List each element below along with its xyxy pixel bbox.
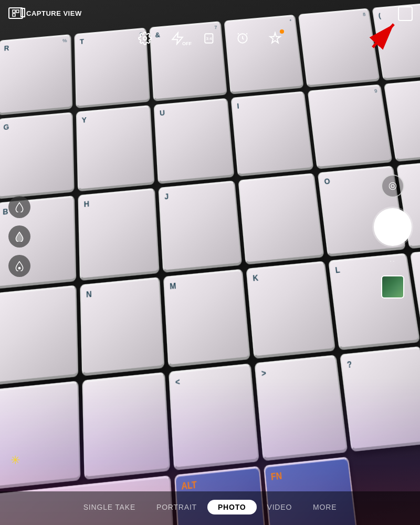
camera-viewfinder: R% T6 &7 * 8 (9 G Y U I 9 0 B H J O N M … bbox=[0, 0, 420, 525]
key-n: N bbox=[80, 277, 164, 377]
key-gt: > bbox=[255, 355, 348, 461]
key-k bbox=[238, 173, 324, 264]
mode-row: SINGLE TAKE PORTRAIT PHOTO VIDEO MORE bbox=[0, 491, 420, 525]
svg-marker-6 bbox=[172, 33, 183, 44]
timer-button[interactable] bbox=[236, 32, 249, 45]
camera-settings-row: OFF 3:4 bbox=[0, 32, 420, 45]
ai-sparkle-button[interactable]: ✳ bbox=[10, 454, 20, 467]
mode-photo[interactable]: PHOTO bbox=[207, 500, 257, 514]
sparkle-icon bbox=[268, 32, 282, 45]
key-k2: K bbox=[246, 261, 335, 359]
gallery-thumbnail[interactable] bbox=[381, 275, 404, 298]
watermark-off-button[interactable] bbox=[8, 196, 30, 218]
ai-sparkle-symbol: ✳ bbox=[10, 454, 20, 467]
bottom-controls: SINGLE TAKE PORTRAIT PHOTO VIDEO MORE bbox=[0, 491, 420, 525]
left-side-controls bbox=[8, 196, 30, 277]
svg-point-5 bbox=[143, 37, 147, 40]
flash-button[interactable]: OFF bbox=[171, 32, 184, 45]
watermark-on-button[interactable] bbox=[8, 225, 30, 248]
key-g: G bbox=[0, 112, 75, 199]
ratio-icon: 3:4 bbox=[203, 32, 217, 45]
svg-rect-1 bbox=[16, 10, 19, 13]
right-side-controls: ·· bbox=[374, 174, 412, 298]
sparkle-button[interactable] bbox=[268, 32, 282, 45]
top-bar: CAPTURE VIEW bbox=[0, 0, 420, 24]
drop-sparkle-icon bbox=[14, 261, 25, 271]
key-lt: < bbox=[169, 364, 259, 470]
svg-text:3:4: 3:4 bbox=[206, 36, 212, 41]
key-r: R% bbox=[0, 34, 72, 115]
svg-point-10 bbox=[18, 267, 20, 269]
orange-dot-indicator bbox=[280, 29, 284, 34]
drop-filled-icon bbox=[14, 231, 25, 242]
mode-portrait[interactable]: PORTRAIT bbox=[146, 500, 207, 514]
key-empty5 bbox=[82, 373, 170, 480]
svg-point-12 bbox=[391, 184, 394, 188]
mode-video[interactable]: VIDEO bbox=[257, 500, 303, 514]
ratio-button[interactable]: 3:4 bbox=[203, 32, 217, 45]
capture-view-icon bbox=[8, 7, 23, 19]
key-h: H bbox=[78, 188, 159, 280]
flash-off-label: OFF bbox=[182, 41, 192, 46]
watermark-sparkle-button[interactable] bbox=[8, 255, 30, 277]
key-empty1: * bbox=[224, 15, 304, 95]
timer-icon bbox=[236, 32, 249, 45]
zoom-ring-icon bbox=[388, 181, 397, 191]
gear-icon bbox=[138, 32, 152, 45]
svg-rect-0 bbox=[13, 10, 15, 13]
capture-view-button[interactable]: CAPTURE VIEW bbox=[8, 7, 82, 19]
grid-icon bbox=[12, 9, 19, 17]
key-y: Y bbox=[76, 105, 155, 191]
mode-single-take[interactable]: SINGLE TAKE bbox=[73, 500, 146, 514]
settings-button[interactable] bbox=[138, 32, 152, 45]
key-i: I bbox=[231, 91, 314, 176]
key-question: ? bbox=[340, 346, 420, 452]
svg-point-11 bbox=[389, 182, 396, 190]
key-u: U bbox=[154, 98, 235, 183]
svg-rect-2 bbox=[13, 14, 15, 16]
key-empty4 bbox=[0, 381, 80, 489]
zoom-button[interactable] bbox=[381, 174, 404, 198]
mode-more[interactable]: MORE bbox=[302, 500, 347, 514]
capture-view-label: CAPTURE VIEW bbox=[26, 9, 82, 17]
key-empty2 bbox=[0, 285, 78, 385]
drop-outline-icon bbox=[14, 202, 25, 212]
more-options-icon[interactable]: ·· bbox=[390, 256, 396, 265]
key-j: J bbox=[158, 180, 242, 272]
keyboard-background: R% T6 &7 * 8 (9 G Y U I 9 0 B H J O N M … bbox=[0, 0, 420, 525]
key-9: 9 bbox=[308, 84, 393, 169]
shutter-button[interactable] bbox=[374, 208, 412, 246]
square-icon-button[interactable] bbox=[398, 6, 413, 21]
key-m: M bbox=[163, 269, 250, 368]
